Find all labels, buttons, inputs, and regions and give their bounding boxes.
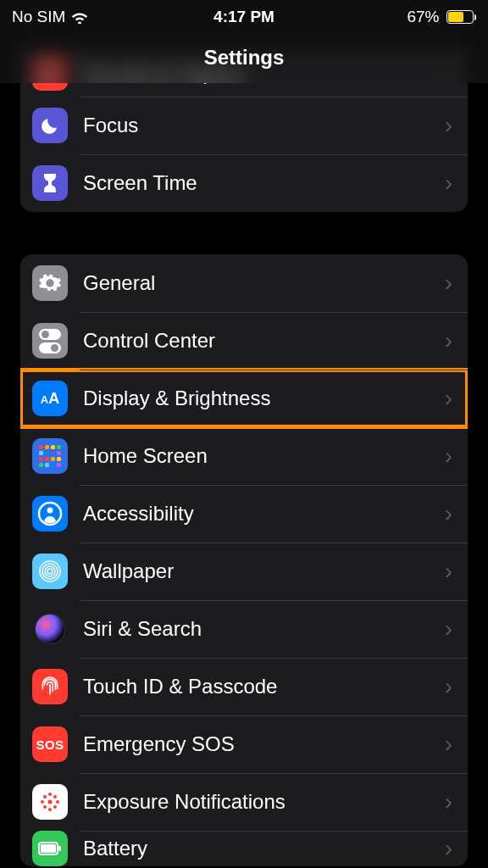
flower-icon [32, 554, 68, 589]
settings-row-general[interactable]: General› [20, 254, 468, 312]
svg-rect-17 [58, 846, 61, 851]
covid-icon [32, 784, 68, 820]
chevron-right-icon: › [445, 731, 452, 758]
battery-icon [32, 831, 68, 866]
status-bar: No SIM 4:17 PM 67% ⚡ [0, 0, 488, 34]
toggles-icon [32, 323, 68, 359]
settings-row-accessibility[interactable]: Accessibility› [20, 485, 468, 542]
svg-point-10 [56, 800, 59, 804]
settings-row-siri-search[interactable]: Siri & Search› [20, 600, 468, 658]
row-label: Battery [83, 837, 445, 860]
svg-point-14 [53, 805, 57, 809]
row-label: Control Center [83, 329, 445, 353]
svg-point-7 [48, 793, 52, 796]
row-label: Screen Time [83, 171, 445, 195]
hourglass-icon [32, 165, 68, 201]
svg-point-8 [48, 808, 52, 811]
page-title: Settings [204, 46, 285, 70]
chevron-right-icon: › [445, 327, 452, 354]
apps-icon [32, 438, 68, 474]
svg-point-11 [43, 795, 47, 798]
row-label: Siri & Search [83, 617, 445, 641]
charging-icon: ⚡ [454, 12, 466, 23]
row-label: General [83, 271, 445, 295]
svg-point-15 [48, 800, 53, 804]
clock: 4:17 PM [214, 8, 274, 26]
gear-icon [32, 265, 68, 301]
row-label: Focus [83, 114, 445, 137]
settings-row-exposure-notifications[interactable]: Exposure Notifications› [20, 773, 468, 831]
person-icon [32, 496, 68, 531]
settings-row-battery[interactable]: Battery› [20, 831, 468, 866]
moon-icon [32, 108, 68, 143]
svg-point-13 [43, 805, 47, 809]
battery-percent: 67% [407, 8, 439, 26]
svg-rect-18 [41, 844, 56, 853]
settings-list[interactable]: Sounds & Haptics›Focus›Screen Time› Gene… [0, 0, 488, 868]
aa-icon: AA [32, 381, 68, 416]
chevron-right-icon: › [445, 835, 452, 862]
chevron-right-icon: › [445, 788, 452, 815]
row-label: Emergency SOS [83, 732, 445, 756]
siri-icon [32, 611, 68, 647]
carrier-text: No SIM [12, 8, 65, 26]
battery-icon: ⚡ [443, 10, 477, 24]
svg-point-1 [47, 508, 53, 514]
settings-row-touch-id-passcode[interactable]: Touch ID & Passcode› [20, 658, 468, 715]
chevron-right-icon: › [445, 673, 452, 700]
settings-row-control-center[interactable]: Control Center› [20, 312, 468, 370]
chevron-right-icon: › [445, 558, 452, 585]
settings-row-display-brightness[interactable]: AADisplay & Brightness› [20, 370, 468, 427]
fingerprint-icon [32, 669, 68, 704]
chevron-right-icon: › [445, 615, 452, 643]
settings-row-home-screen[interactable]: Home Screen› [20, 427, 468, 485]
settings-row-focus[interactable]: Focus› [20, 97, 468, 154]
row-label: Exposure Notifications [83, 790, 445, 814]
chevron-right-icon: › [445, 385, 452, 412]
wifi-icon [70, 10, 89, 24]
settings-group-2: General›Control Center›AADisplay & Brigh… [20, 254, 468, 866]
row-label: Display & Brightness [83, 387, 445, 410]
chevron-right-icon: › [445, 500, 452, 527]
chevron-right-icon: › [445, 442, 452, 470]
sos-icon: SOS [32, 726, 68, 762]
row-label: Wallpaper [83, 559, 445, 583]
row-label: Accessibility [83, 502, 445, 526]
chevron-right-icon: › [445, 170, 452, 197]
svg-point-2 [47, 569, 53, 574]
settings-row-emergency-sos[interactable]: SOSEmergency SOS› [20, 715, 468, 773]
settings-row-wallpaper[interactable]: Wallpaper› [20, 542, 468, 600]
chevron-right-icon: › [445, 112, 452, 139]
chevron-right-icon: › [445, 270, 452, 297]
row-label: Touch ID & Passcode [83, 675, 445, 698]
svg-point-9 [41, 800, 44, 804]
svg-point-12 [53, 795, 57, 798]
settings-row-screen-time[interactable]: Screen Time› [20, 154, 468, 212]
row-label: Home Screen [83, 444, 445, 468]
svg-point-3 [45, 566, 55, 576]
